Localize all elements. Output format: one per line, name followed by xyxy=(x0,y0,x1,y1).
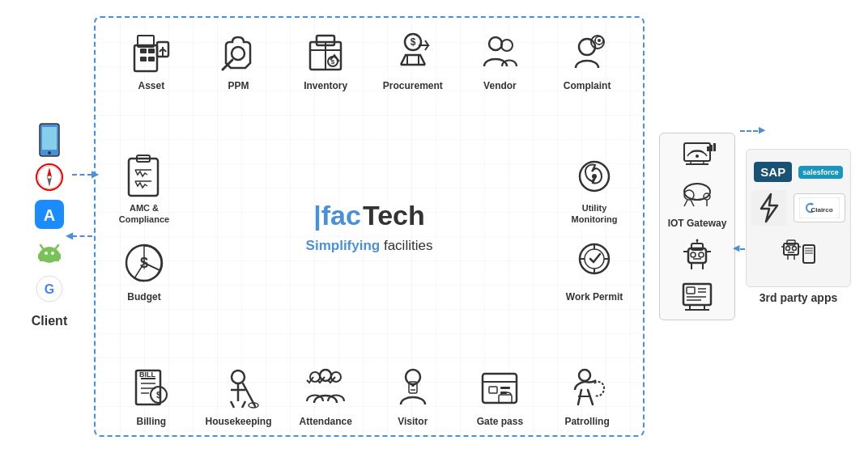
svg-text:$: $ xyxy=(410,36,415,48)
svg-line-104 xyxy=(691,200,694,206)
svg-point-84 xyxy=(411,383,415,387)
svg-rect-91 xyxy=(499,395,512,403)
svg-point-92 xyxy=(579,370,590,381)
factech-to-client-arrow: ◀ xyxy=(72,235,92,237)
salesforce-logo: salesforce xyxy=(798,166,843,179)
svg-point-27 xyxy=(232,47,245,60)
svg-line-13 xyxy=(40,245,43,248)
utility-label: UtilityMonitoring xyxy=(572,203,618,224)
procurement-label: Procurement xyxy=(383,80,443,91)
budget-icon: $ xyxy=(118,237,171,290)
svg-rect-1 xyxy=(42,127,57,150)
module-utility: UtilityMonitoring xyxy=(558,150,631,224)
module-housekeeping: Housekeeping xyxy=(202,362,274,427)
clairco-logo: Clairco xyxy=(794,193,845,222)
module-visitor: Visitor xyxy=(377,362,449,427)
iot-gateway-label: IOT Gateway xyxy=(668,218,727,231)
housekeeping-label: Housekeeping xyxy=(205,416,271,427)
svg-rect-10 xyxy=(40,252,59,261)
factech-box: Asset PPM xyxy=(94,16,645,437)
svg-rect-89 xyxy=(500,387,510,389)
middle-section: AMC &Compliance $ Budget xyxy=(108,95,631,358)
brand-tagline: Simplifying facilities xyxy=(306,238,433,254)
svg-marker-127 xyxy=(761,194,777,222)
android-icon xyxy=(34,236,65,267)
svg-point-2 xyxy=(48,151,51,155)
workpermit-label: Work Permit xyxy=(566,291,623,303)
more-icons-row xyxy=(777,234,819,274)
module-amc: AMC &Compliance xyxy=(108,150,181,224)
svg-line-78 xyxy=(242,401,245,408)
svg-point-133 xyxy=(793,247,797,251)
svg-point-97 xyxy=(696,155,699,158)
ppm-label: PPM xyxy=(228,80,249,91)
svg-point-109 xyxy=(691,252,696,257)
svg-point-39 xyxy=(489,37,502,50)
visitor-icon xyxy=(386,362,439,414)
svg-rect-88 xyxy=(489,387,497,393)
visitor-label: Visitor xyxy=(398,416,428,427)
inventory-icon: $ xyxy=(300,26,352,78)
complaint-label: Complaint xyxy=(564,80,611,91)
attendance-label: Attendance xyxy=(299,416,351,427)
module-gatepass: Gate pass xyxy=(463,362,536,427)
client-to-factech-arrow: ▶ xyxy=(72,174,92,176)
svg-point-57 xyxy=(592,174,597,179)
svg-rect-23 xyxy=(140,57,147,61)
center-brand: |facTech Simplifying facilities xyxy=(181,200,558,254)
complaint-icon xyxy=(561,26,614,78)
module-budget: $ Budget xyxy=(108,237,181,303)
svg-line-103 xyxy=(684,200,687,206)
svg-point-45 xyxy=(598,39,601,42)
client-panel: A G xyxy=(13,8,86,445)
workpermit-icon xyxy=(568,237,621,290)
svg-rect-100 xyxy=(713,143,716,151)
compass-icon xyxy=(34,162,65,193)
amc-label: AMC &Compliance xyxy=(119,203,169,224)
third-party-panel: SAP salesforce Clairco xyxy=(742,8,855,445)
bottom-modules-row: BILL $ Billing xyxy=(108,362,631,427)
svg-rect-21 xyxy=(140,49,147,53)
client-icons: A G xyxy=(34,125,65,304)
svg-point-40 xyxy=(501,40,513,51)
billing-label: Billing xyxy=(136,416,166,427)
patrolling-label: Patrolling xyxy=(564,416,609,427)
module-ppm: PPM xyxy=(202,26,274,91)
asset-icon xyxy=(125,26,177,78)
asset-label: Asset xyxy=(138,80,164,91)
svg-point-72 xyxy=(232,370,245,383)
svg-rect-99 xyxy=(710,145,713,151)
svg-rect-15 xyxy=(38,253,41,260)
amc-icon xyxy=(118,150,171,203)
lightning-clairco-row: Clairco xyxy=(751,190,845,226)
inventory-label: Inventory xyxy=(304,80,347,91)
housekeeping-icon xyxy=(212,362,265,414)
lightning-icon xyxy=(758,193,781,223)
iot-panel: ▶ ◀ xyxy=(653,8,742,445)
attendance-icon xyxy=(300,362,352,414)
svg-rect-119 xyxy=(687,287,695,294)
svg-point-132 xyxy=(786,247,790,251)
patrolling-icon xyxy=(561,362,614,414)
utility-icon xyxy=(568,150,621,203)
third-party-label: 3rd party apps xyxy=(760,291,837,304)
svg-text:$: $ xyxy=(331,58,335,66)
sap-sf-row: SAP salesforce xyxy=(754,162,842,182)
module-attendance: Attendance xyxy=(289,362,362,427)
top-modules-row: Asset PPM xyxy=(108,26,631,91)
gatepass-label: Gate pass xyxy=(477,416,523,427)
svg-line-77 xyxy=(231,401,234,408)
module-vendor: Vendor xyxy=(463,26,536,91)
svg-point-110 xyxy=(699,252,704,257)
right-modules: UtilityMonitoring xyxy=(558,150,631,302)
svg-point-117 xyxy=(696,239,698,241)
robot-sensor-icon xyxy=(781,237,816,268)
iot-box: IOT Gateway xyxy=(659,133,736,320)
svg-point-11 xyxy=(45,252,48,255)
svg-rect-22 xyxy=(148,49,155,53)
module-complaint: Complaint xyxy=(551,26,623,91)
google-icon: G xyxy=(34,273,65,304)
svg-rect-94 xyxy=(684,143,710,161)
third-party-inner: SAP salesforce Clairco xyxy=(746,149,851,287)
svg-point-101 xyxy=(684,184,710,200)
